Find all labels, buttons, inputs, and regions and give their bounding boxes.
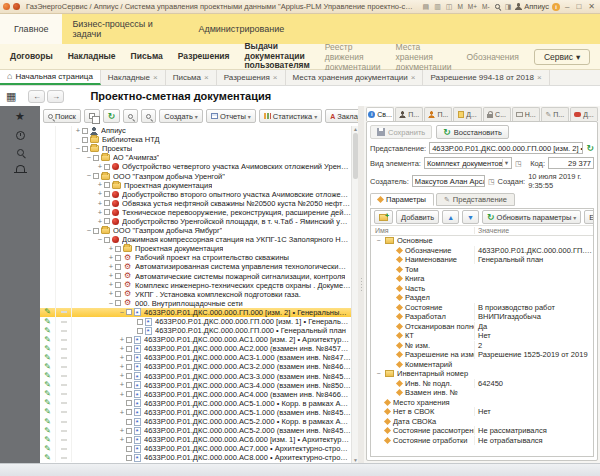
expander-icon[interactable]: − bbox=[107, 300, 115, 308]
checkbox[interactable] bbox=[104, 218, 110, 224]
refresh-button[interactable]: ↻ bbox=[103, 109, 121, 123]
checkbox[interactable] bbox=[126, 437, 132, 443]
close-icon[interactable]: × bbox=[204, 73, 209, 82]
checkbox[interactable] bbox=[104, 182, 110, 188]
parameter-row[interactable]: № изм.2 bbox=[371, 341, 593, 351]
tree-row[interactable]: −ООО "Газпром добыча Уренгой" bbox=[40, 171, 351, 180]
section-item-1[interactable]: Бизнес-процессы и задачи bbox=[62, 14, 184, 44]
expander-icon[interactable]: − bbox=[85, 227, 93, 235]
tree-row[interactable]: +Аппиус bbox=[40, 126, 351, 135]
expander-icon[interactable]: + bbox=[118, 354, 126, 362]
app-icon[interactable] bbox=[3, 3, 10, 10]
reports-button[interactable]: Отчеты▾ bbox=[206, 109, 256, 123]
subsystem-item-2[interactable]: Письма bbox=[131, 52, 163, 61]
tab-4[interactable]: Места хранения документации× bbox=[286, 70, 424, 85]
tree-row[interactable]: −Дожимная компрессорная станция на УКПГ-… bbox=[40, 235, 351, 244]
creator-field[interactable]: Максутов Алан Арсланб bbox=[412, 175, 485, 187]
add-group-button[interactable] bbox=[374, 210, 393, 224]
parameter-row[interactable]: Место хранения bbox=[371, 398, 593, 408]
expander-icon[interactable]: + bbox=[118, 427, 126, 435]
favorites-icon[interactable]: ★ bbox=[15, 111, 25, 122]
tree-row[interactable]: +⚙Автоматические системы пожарной сигнал… bbox=[40, 272, 351, 281]
tree-row[interactable]: Библиотека НТД bbox=[40, 135, 351, 144]
expander-icon[interactable]: − bbox=[118, 309, 126, 317]
checkbox[interactable] bbox=[104, 209, 110, 215]
tree-row[interactable]: ✎+4633Р.00.Р.01.ДКС.000.000.АС2.000 (вза… bbox=[40, 344, 351, 353]
parameter-row[interactable]: Обозначение4633Р.00.Р.01.ДКС.000.000.ГП.… bbox=[371, 246, 593, 256]
expander-icon[interactable]: − bbox=[375, 370, 382, 377]
subsystem-item-3[interactable]: Разрешения bbox=[178, 52, 230, 61]
subsystem-item-4[interactable]: Выдачи документации пользователям bbox=[244, 42, 309, 70]
expander-icon[interactable]: + bbox=[74, 127, 82, 135]
tree-row[interactable]: ✎+4633Р.00.Р.01.ДКС.000.000.АС5-2.000 (в… bbox=[40, 426, 351, 435]
expander-icon[interactable]: + bbox=[107, 290, 115, 298]
tree-row[interactable]: +Обвязка устья нефтяной скважины №20500 … bbox=[40, 199, 351, 208]
expander-icon[interactable]: + bbox=[118, 372, 126, 380]
checkbox[interactable] bbox=[126, 309, 132, 315]
checkbox[interactable] bbox=[115, 291, 121, 297]
expander-icon[interactable]: + bbox=[96, 200, 104, 208]
clipboard-icon[interactable]: ▤ bbox=[422, 3, 431, 11]
checkbox[interactable] bbox=[126, 337, 132, 343]
parameter-row[interactable]: Состояние рассмотренияНе рассматривался bbox=[371, 426, 593, 436]
checkbox[interactable] bbox=[104, 191, 110, 197]
expander-icon[interactable]: + bbox=[118, 345, 126, 353]
subsystem-secondary-0[interactable]: Реестр движения документации bbox=[325, 42, 381, 72]
checkbox[interactable] bbox=[93, 228, 99, 234]
representation-field[interactable]: 4633Р.00.Р.01.ДКС.000.000.ГП.000 [изм. 2… bbox=[429, 142, 583, 154]
history-clock-icon[interactable] bbox=[16, 131, 25, 140]
move-down-button[interactable]: ▼ bbox=[462, 210, 479, 224]
tab-parameters[interactable]: Параметры bbox=[370, 193, 434, 206]
calc-icon[interactable]: ◫ bbox=[445, 3, 454, 11]
expander-icon[interactable]: + bbox=[96, 181, 104, 189]
expander-icon[interactable]: − bbox=[96, 236, 104, 244]
expander-icon[interactable]: + bbox=[118, 336, 126, 344]
copy-button[interactable] bbox=[84, 109, 100, 123]
tree-row[interactable]: −АО "Ачимгаз" bbox=[40, 153, 351, 162]
expander-icon[interactable]: + bbox=[118, 409, 126, 417]
parameter-row[interactable]: Отсканирован полностьюДа bbox=[371, 322, 593, 332]
tree-row[interactable]: +Проектная документация bbox=[40, 244, 351, 253]
panels-icon[interactable]: ◨ bbox=[504, 3, 513, 11]
memory-mplus-button[interactable]: M+ bbox=[467, 3, 478, 10]
move-up-button[interactable]: ▲ bbox=[442, 210, 459, 224]
parameter-row[interactable]: Взамен инв. № bbox=[371, 388, 593, 398]
tree-row[interactable]: +⚙Комплекс инженерно-технических средств… bbox=[40, 281, 351, 290]
add-button[interactable]: Добавить bbox=[396, 210, 439, 224]
expander-icon[interactable]: + bbox=[118, 381, 126, 389]
expander-icon[interactable]: + bbox=[107, 263, 115, 271]
checkbox[interactable] bbox=[126, 409, 132, 415]
tree-row[interactable]: +⚙УКПГ . Установка комплексной подготовк… bbox=[40, 290, 351, 299]
inspector-tab-1[interactable]: П... bbox=[395, 107, 423, 121]
maximize-button[interactable]: □ bbox=[574, 2, 583, 11]
subsystem-item-1[interactable]: Накладные bbox=[68, 52, 116, 61]
memory-mminus-button[interactable]: M- bbox=[481, 3, 491, 10]
parameter-row[interactable]: РазработалВНИПИгаздобыча bbox=[371, 312, 593, 322]
tab-5[interactable]: Разрешение 994-18 от 2018× bbox=[423, 70, 549, 85]
update-params-button[interactable]: ↻Обновить параметры▾ bbox=[482, 210, 581, 224]
expander-icon[interactable]: + bbox=[96, 218, 104, 226]
subsystem-item-0[interactable]: Договоры bbox=[10, 52, 53, 61]
checkbox[interactable] bbox=[126, 455, 132, 461]
tree-row[interactable]: ✎−4633Р.00.Р.01.ДКС.000.000.ГП.000 [изм.… bbox=[40, 308, 351, 317]
search-icon[interactable] bbox=[17, 149, 24, 156]
checkbox[interactable] bbox=[104, 164, 110, 170]
tree-row[interactable]: +⚙Автоматизированная система управления … bbox=[40, 262, 351, 271]
close-icon[interactable]: × bbox=[153, 73, 158, 82]
parameter-group-row[interactable]: −Основные bbox=[371, 236, 593, 246]
tab-representation[interactable]: ✎Представление bbox=[436, 193, 515, 206]
tree-row[interactable]: −Проекты bbox=[40, 144, 351, 153]
expander-icon[interactable]: + bbox=[118, 391, 126, 399]
expander-icon[interactable]: + bbox=[96, 190, 104, 198]
tree-row[interactable]: ✎+4633Р.00.Р.01.ДКС.000.000.АС3-1.000 (в… bbox=[40, 353, 351, 362]
create-button[interactable]: Создать▾ bbox=[159, 109, 203, 123]
params-more-button[interactable]: Еще▾ bbox=[584, 210, 594, 224]
checkbox[interactable] bbox=[115, 246, 121, 252]
inspector-tab-3[interactable]: Д... bbox=[453, 107, 481, 121]
notifications-bell-icon[interactable] bbox=[16, 165, 25, 172]
close-icon[interactable]: × bbox=[273, 73, 278, 82]
checkbox[interactable] bbox=[126, 428, 132, 434]
find-in-tree-button[interactable] bbox=[123, 109, 138, 123]
parameter-row[interactable]: НаименованиеГенеральный план bbox=[371, 255, 593, 265]
tree-row[interactable]: ✎+4633Р.00.Р.01.ДКС.000.000.АС3-2.000 (в… bbox=[40, 362, 351, 371]
